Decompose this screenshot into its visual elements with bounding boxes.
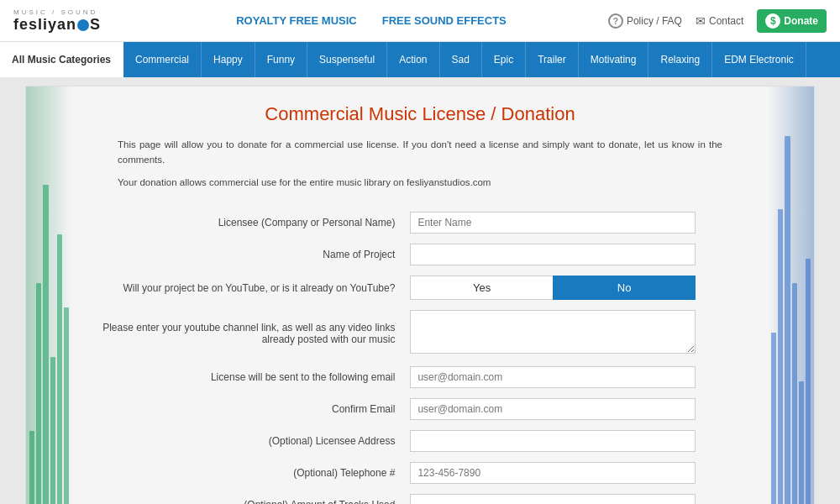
wbar-r <box>799 381 804 504</box>
field-youtube: Will your project be on YouTube, or is i… <box>92 270 748 305</box>
field-telephone: (Optional) Telephone # <box>92 457 748 489</box>
cat-relaxing[interactable]: Relaxing <box>648 42 712 77</box>
cat-action[interactable]: Action <box>387 42 439 77</box>
form-desc1: This page will allow you to donate for a… <box>118 137 722 168</box>
yes-button[interactable]: Yes <box>410 276 553 300</box>
project-input[interactable] <box>410 244 696 265</box>
cat-all-music[interactable]: All Music Categories <box>0 42 123 77</box>
category-bar: All Music Categories Commercial Happy Fu… <box>0 42 840 77</box>
wbar-r <box>785 136 790 504</box>
license-form: Licensee (Company or Personal Name) Name… <box>92 207 748 504</box>
logo-dot <box>77 19 89 31</box>
no-button[interactable]: No <box>553 276 696 300</box>
royalty-free-link[interactable]: ROYALTY FREE MUSIC <box>236 14 357 27</box>
input-cell-licensee <box>407 207 748 239</box>
input-cell-address <box>407 425 748 457</box>
label-confirm-email: Confirm Email <box>92 393 407 425</box>
header-right: ? Policy / FAQ ✉ Contact $ Donate <box>608 9 827 33</box>
waveform-bars-left <box>26 87 72 504</box>
wbar-r <box>778 209 783 504</box>
youtube-link-textarea[interactable] <box>410 310 696 354</box>
contact-button[interactable]: ✉ Contact <box>696 14 743 28</box>
cat-suspenseful[interactable]: Suspenseful <box>307 42 387 77</box>
header-nav: ROYALTY FREE MUSIC FREE SOUND EFFECTS <box>134 14 608 27</box>
input-cell-telephone <box>407 457 748 489</box>
label-licensee: Licensee (Company or Personal Name) <box>92 207 407 239</box>
free-sound-link[interactable]: FREE SOUND EFFECTS <box>382 14 507 27</box>
logo-text-left: fesliyan <box>13 16 76 33</box>
input-cell-youtube-link <box>407 305 748 361</box>
tracks-used-input[interactable] <box>410 494 696 504</box>
cat-commercial[interactable]: Commercial <box>123 42 202 77</box>
waveform-left <box>26 87 72 504</box>
waveform-bars-right <box>768 87 814 504</box>
wbar-r <box>806 259 811 504</box>
cat-trailer[interactable]: Trailer <box>526 42 579 77</box>
field-address: (Optional) Licensee Address <box>92 425 748 457</box>
cat-epic[interactable]: Epic <box>482 42 526 77</box>
logo-area: MUSIC / SOUND fesliyanS <box>13 8 101 34</box>
label-youtube: Will your project be on YouTube, or is i… <box>92 270 407 305</box>
form-title: Commercial Music License / Donation <box>60 103 780 125</box>
confirm-email-input[interactable] <box>410 398 696 420</box>
label-address: (Optional) Licensee Address <box>92 425 407 457</box>
logo-music-sound: MUSIC / SOUND <box>13 8 97 16</box>
cat-happy[interactable]: Happy <box>202 42 255 77</box>
input-cell-youtube: Yes No <box>407 270 748 305</box>
envelope-icon: ✉ <box>696 14 706 28</box>
policy-faq-label: Policy / FAQ <box>627 15 682 27</box>
policy-faq-button[interactable]: ? Policy / FAQ <box>608 13 682 29</box>
licensee-input[interactable] <box>410 212 696 234</box>
telephone-input[interactable] <box>410 462 696 484</box>
question-icon: ? <box>608 13 623 29</box>
cat-motivating[interactable]: Motivating <box>579 42 649 77</box>
label-tracks-used: (Optional) Amount of Tracks Used <box>92 489 407 504</box>
address-input[interactable] <box>410 430 696 452</box>
main-content: Commercial Music License / Donation This… <box>25 86 815 504</box>
input-cell-email <box>407 361 748 393</box>
label-email: License will be sent to the following em… <box>92 361 407 393</box>
wbar <box>57 234 62 504</box>
input-cell-tracks-used <box>407 489 748 504</box>
field-tracks-used: (Optional) Amount of Tracks Used <box>92 489 748 504</box>
form-desc2: Your donation allows commercial use for … <box>118 175 722 190</box>
logo-text: fesliyanS <box>13 16 101 34</box>
cat-sad[interactable]: Sad <box>440 42 482 77</box>
input-cell-project <box>407 239 748 270</box>
cat-edm[interactable]: EDM Electronic <box>712 42 806 77</box>
input-cell-confirm-email <box>407 393 748 425</box>
wbar <box>50 357 55 504</box>
wbar <box>36 283 41 504</box>
field-youtube-link: Please enter your youtube channel link, … <box>92 305 748 361</box>
label-youtube-link: Please enter your youtube channel link, … <box>92 305 407 361</box>
label-project: Name of Project <box>92 239 407 270</box>
field-licensee: Licensee (Company or Personal Name) <box>92 207 748 239</box>
email-input[interactable] <box>410 366 696 388</box>
wbar <box>43 185 48 504</box>
wbar <box>29 431 34 504</box>
wbar-r <box>771 333 776 504</box>
yes-no-group: Yes No <box>410 276 696 300</box>
field-project: Name of Project <box>92 239 748 270</box>
donate-label: Donate <box>784 15 818 27</box>
label-telephone: (Optional) Telephone # <box>92 457 407 489</box>
field-confirm-email: Confirm Email <box>92 393 748 425</box>
field-email: License will be sent to the following em… <box>92 361 748 393</box>
dollar-icon: $ <box>765 13 780 29</box>
logo-text-right: S <box>90 16 101 33</box>
donate-button[interactable]: $ Donate <box>757 9 827 33</box>
wbar-r <box>792 283 797 504</box>
wbar <box>64 307 69 504</box>
header: MUSIC / SOUND fesliyanS ROYALTY FREE MUS… <box>0 0 840 42</box>
contact-label: Contact <box>709 15 743 27</box>
cat-funny[interactable]: Funny <box>255 42 307 77</box>
waveform-right <box>768 87 814 504</box>
